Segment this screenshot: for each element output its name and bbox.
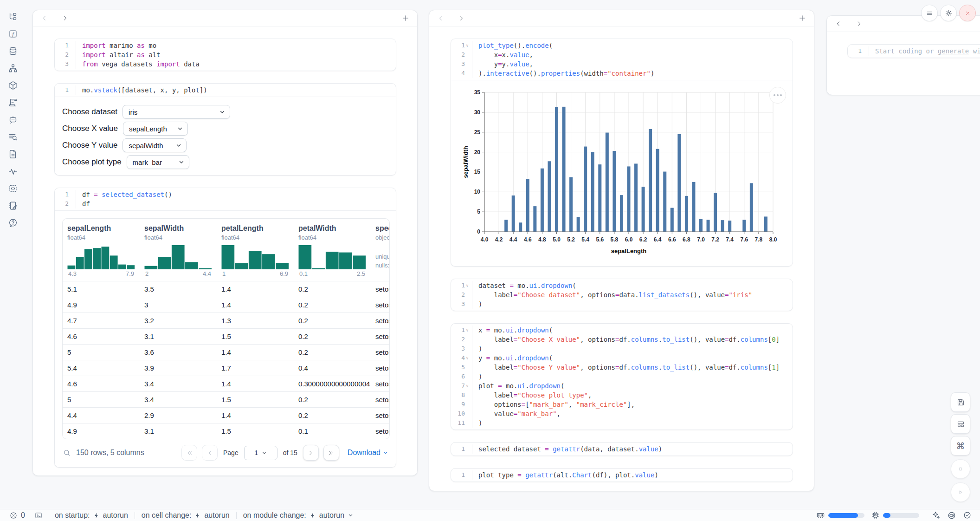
column-stats: unique:nulls: xyxy=(375,252,390,270)
datasources-icon[interactable] xyxy=(7,46,19,57)
table-cell: 1.4 xyxy=(217,411,294,419)
settings-button[interactable] xyxy=(940,5,957,21)
chart-cell[interactable]: 1∨plot_type().encode(2 x=x.value,3 y=y.v… xyxy=(451,39,793,267)
on-startup-toggle[interactable]: on startup: autorun xyxy=(55,511,128,520)
choose-plot-type-select[interactable]: mark_bar xyxy=(127,155,189,169)
add-cell-button[interactable] xyxy=(401,14,410,22)
documentation-icon[interactable] xyxy=(7,97,19,108)
table-column-header[interactable]: sepalLengthfloat644.37.9 xyxy=(63,219,140,281)
ai-assist-button[interactable] xyxy=(931,511,941,520)
code-editor[interactable]: 1∨plot_type().encode(2 x=x.value,3 y=y.v… xyxy=(451,39,793,80)
copilot-button[interactable] xyxy=(947,511,956,520)
page-count-label: of 15 xyxy=(283,449,297,456)
scratchpad-icon[interactable] xyxy=(7,200,19,211)
svg-text:7.8: 7.8 xyxy=(755,236,763,243)
notebook-column-1: 1import marimo as mo2import altair as al… xyxy=(32,10,418,476)
lightning-icon xyxy=(309,512,316,519)
table-cell: 1.4 xyxy=(217,301,294,309)
terminal-button[interactable] xyxy=(34,511,43,520)
selected-dataset-cell[interactable]: 1selected_dataset = getattr(data, datase… xyxy=(451,442,793,456)
keyboard-shortcuts-button[interactable]: ⌘ xyxy=(951,436,970,456)
table-row: 4.73.21.30.2setosa xyxy=(63,313,389,328)
xy-plot-dropdown-cell[interactable]: 1∨x = mo.ui.dropdown(2 label="Choose X v… xyxy=(451,323,793,430)
page-select[interactable]: 1 xyxy=(244,446,277,460)
table-cell: 0.2 xyxy=(294,317,371,325)
table-cell: 0.2 xyxy=(294,301,371,309)
code-editor[interactable]: 1mo.vstack([dataset, x, y, plot]) xyxy=(55,84,396,97)
add-cell-button[interactable] xyxy=(798,14,806,22)
connection-status[interactable] xyxy=(963,511,972,520)
dependencies-icon[interactable] xyxy=(7,63,19,74)
tracing-icon[interactable] xyxy=(7,166,19,177)
logs-icon[interactable] xyxy=(7,131,19,143)
table-cell: 3.5 xyxy=(140,285,217,293)
code-editor[interactable]: 1import marimo as mo2import altair as al… xyxy=(55,39,396,71)
menu-button[interactable] xyxy=(921,5,938,21)
save-button[interactable] xyxy=(951,392,970,412)
table-cell: setosa xyxy=(371,364,390,372)
file-explorer-icon[interactable] xyxy=(7,11,19,22)
choose-dataset-select[interactable]: iris xyxy=(122,105,230,119)
choose-x-value-select[interactable]: sepalLength xyxy=(123,122,188,136)
column-back-button[interactable] xyxy=(40,14,49,22)
column-forward-button[interactable] xyxy=(457,14,465,22)
table-column-header[interactable]: sepalWidthfloat6424.4 xyxy=(140,219,217,281)
variables-icon[interactable]: f xyxy=(7,28,19,39)
packages-icon[interactable] xyxy=(7,80,19,91)
run-button[interactable] xyxy=(951,482,970,502)
table-column-header[interactable]: speciesobjectunique:nulls: xyxy=(371,219,390,281)
help-icon[interactable] xyxy=(7,217,19,228)
search-icon[interactable] xyxy=(62,448,71,457)
svg-text:30: 30 xyxy=(474,109,481,116)
column-forward-button[interactable] xyxy=(855,20,863,28)
on-module-change-toggle[interactable]: on module change: autorun xyxy=(243,511,354,520)
next-page-button[interactable] xyxy=(303,445,319,461)
table-cell: 1.5 xyxy=(217,396,294,404)
dataset-dropdown-cell[interactable]: 1∨dataset = mo.ui.dropdown(2 label="Choo… xyxy=(451,279,793,311)
gear-icon xyxy=(945,9,953,17)
download-button[interactable]: Download xyxy=(348,449,388,457)
plot-type-cell[interactable]: 1plot_type = getattr(alt.Chart(df), plot… xyxy=(451,468,793,482)
dataframe-cell[interactable]: 1df = selected_dataset()2df sepalLengthf… xyxy=(54,188,396,468)
table-cell: 0.2 xyxy=(294,396,371,404)
code-line: 1df = selected_dataset() xyxy=(55,190,396,199)
code-editor-placeholder[interactable]: 1Start coding or generate with AI. xyxy=(848,45,980,58)
table-column-header[interactable]: petalWidthfloat640.12.5 xyxy=(294,219,371,281)
snippets-icon[interactable] xyxy=(7,183,19,194)
play-icon xyxy=(956,488,965,496)
first-page-button[interactable] xyxy=(181,445,197,461)
chart-options-button[interactable] xyxy=(769,87,786,104)
column-back-button[interactable] xyxy=(437,14,445,22)
code-editor[interactable]: 1df = selected_dataset()2df xyxy=(55,188,396,210)
code-editor[interactable]: 1plot_type = getattr(alt.Chart(df), plot… xyxy=(451,469,793,482)
column-forward-button[interactable] xyxy=(61,14,69,22)
code-line: 10 value="mark_bar", xyxy=(451,409,793,418)
prev-page-button[interactable] xyxy=(202,445,218,461)
code-editor[interactable]: 1∨dataset = mo.ui.dropdown(2 label="Choo… xyxy=(451,279,793,311)
imports-cell[interactable]: 1import marimo as mo2import altair as al… xyxy=(54,39,396,71)
on-cell-change-toggle[interactable]: on cell change: autorun xyxy=(142,511,230,520)
altair-bar-chart[interactable]: 4.04.24.44.64.85.05.25.45.65.86.06.26.46… xyxy=(461,87,793,264)
stop-button[interactable] xyxy=(951,459,970,479)
ai-chat-icon[interactable] xyxy=(7,114,19,125)
code-line: 2import altair as alt xyxy=(55,50,396,59)
empty-cell[interactable]: 1Start coding or generate with AI. xyxy=(847,44,980,58)
shutdown-button[interactable] xyxy=(959,5,976,21)
outline-icon[interactable] xyxy=(7,149,19,160)
last-page-button[interactable] xyxy=(323,445,339,461)
choose-y-value-select[interactable]: sepalWidth xyxy=(122,138,187,152)
code-editor[interactable]: 1selected_dataset = getattr(data, datase… xyxy=(451,443,793,456)
cpu-usage xyxy=(871,511,919,520)
table-cell: 0.4 xyxy=(294,364,371,372)
table-cell: 3.4 xyxy=(140,396,217,404)
layout-button[interactable] xyxy=(951,414,970,434)
cpu-progress-bar xyxy=(883,513,919,518)
table-cell: setosa xyxy=(371,396,390,404)
code-editor[interactable]: 1∨x = mo.ui.dropdown(2 label="Choose X v… xyxy=(451,324,793,430)
code-line: 3from vega_datasets import data xyxy=(55,59,396,69)
column-back-button[interactable] xyxy=(834,20,843,28)
vstack-cell[interactable]: 1mo.vstack([dataset, x, y, plot]) Choose… xyxy=(54,83,396,176)
table-row: 4.63.11.50.2setosa xyxy=(63,328,389,344)
table-column-header[interactable]: petalLengthfloat6416.9 xyxy=(217,219,294,281)
errors-indicator[interactable]: 0 xyxy=(9,511,25,520)
